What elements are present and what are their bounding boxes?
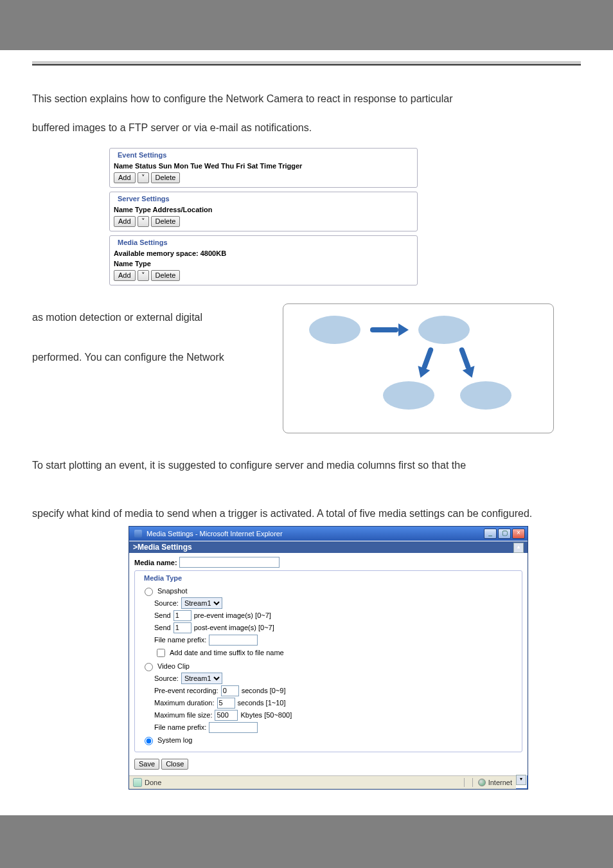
settings-panel-figure: Event Settings Name Status Sun Mon Tue W… [109,148,418,285]
server-settings-fieldset: Server Settings Name Type Address/Locati… [109,192,418,231]
videoclip-pre-rec-input[interactable] [221,685,239,696]
media-name-label: Media name: [134,558,177,566]
media-settings-legend: Media Settings [116,239,170,246]
diagram-node-action [418,316,470,344]
snapshot-send-post-label: Send [154,624,171,631]
mid-paragraph-2: performed. You can configure the Network [32,343,270,372]
snapshot-send-pre-label: Send [154,611,171,619]
videoclip-max-dur-label: Maximum duration: [154,699,215,707]
mid-paragraph-3: To start plotting an event, it is sugges… [32,451,581,480]
event-settings-fieldset: Event Settings Name Status Sun Mon Tue W… [109,148,418,188]
videoclip-max-size-input[interactable] [215,710,238,721]
close-dialog-button[interactable]: Close [161,759,188,770]
snapshot-radio[interactable] [145,588,153,596]
media-delete-button[interactable]: Delete [151,270,181,281]
diagram-node-server [383,381,434,410]
videoclip-radio[interactable] [145,663,153,671]
media-settings-header: Name Type [114,260,413,267]
videoclip-max-dur-suffix: seconds [1~10] [238,699,286,707]
ie-page-header: >Media Settings ▴ [129,541,528,553]
snapshot-file-prefix-input[interactable] [209,635,258,646]
diagram-node-event [309,316,360,344]
server-add-button[interactable]: Add [114,216,136,227]
divider-thin [32,62,581,62]
snapshot-send-post-suffix: post-event image(s) [0~7] [194,624,274,631]
event-settings-legend: Event Settings [116,151,168,159]
internet-zone-icon [478,779,486,786]
event-delete-button[interactable]: Delete [151,172,181,183]
diagram-arrow-right [370,325,409,334]
minimize-button[interactable]: _ [484,529,497,539]
snapshot-source-select[interactable]: Stream1 [181,597,222,609]
diagram-arrow-down-left [416,346,436,379]
event-flow-diagram [283,303,554,433]
divider-thick [32,64,581,66]
systemlog-label: System log [157,736,192,744]
videoclip-pre-rec-label: Pre-event recording: [154,687,218,694]
media-settings-fieldset: Media Settings Available memory space: 4… [109,235,418,285]
snapshot-file-prefix-label: File name prefix: [154,636,206,644]
diagram-node-media [460,381,511,410]
media-settings-memory: Available memory space: 4800KB [114,249,413,257]
videoclip-file-prefix-input[interactable] [209,722,258,733]
ie-titlebar: Media Settings - Microsoft Internet Expl… [129,527,528,541]
videoclip-max-size-label: Maximum file size: [154,711,212,719]
event-settings-header: Name Status Sun Mon Tue Wed Thu Fri Sat … [114,162,413,170]
snapshot-add-date-checkbox[interactable] [157,649,165,657]
snapshot-source-label: Source: [154,599,179,607]
media-dropdown-button[interactable]: ˅ [138,270,149,281]
done-icon [133,778,142,787]
status-zone-text: Internet [488,779,512,786]
videoclip-source-label: Source: [154,674,179,682]
videoclip-file-prefix-label: File name prefix: [154,723,206,731]
server-settings-header: Name Type Address/Location [114,206,413,213]
scroll-up-button[interactable]: ▴ [513,543,524,553]
server-delete-button[interactable]: Delete [151,216,181,227]
maximize-button[interactable]: ▢ [498,529,511,539]
close-button[interactable]: × [512,529,525,539]
snapshot-label: Snapshot [157,587,187,595]
intro-paragraph-1: This section explains how to configure t… [32,85,581,114]
status-done-text: Done [145,779,161,786]
snapshot-send-post-input[interactable] [173,622,191,633]
intro-paragraph-2: buffered images to a FTP server or via e… [32,114,581,143]
videoclip-max-size-suffix: Kbytes [50~800] [240,711,292,719]
snapshot-send-pre-suffix: pre-event image(s) [0~7] [194,611,271,619]
scroll-down-button[interactable]: ▾ [516,775,526,785]
snapshot-send-pre-input[interactable] [173,610,191,621]
videoclip-max-dur-input[interactable] [217,698,235,709]
mid-paragraph-4: specify what kind of media to send when … [32,505,581,522]
server-settings-legend: Server Settings [116,195,172,203]
mid-paragraph-1: as motion detection or external digital [32,303,270,332]
videoclip-label: Video Clip [157,662,190,670]
media-name-input[interactable] [179,557,280,568]
event-add-button[interactable]: Add [114,172,136,183]
save-button[interactable]: Save [134,759,159,770]
snapshot-add-date-label: Add date and time suffix to file name [170,649,284,656]
videoclip-pre-rec-suffix: seconds [0~9] [242,687,286,694]
server-dropdown-button[interactable]: ˅ [138,216,149,227]
ie-status-bar: Done Internet [129,775,516,789]
ie-app-icon [134,530,142,538]
media-type-legend: Media Type [142,574,184,582]
event-dropdown-button[interactable]: ˅ [138,172,149,183]
diagram-arrow-down-right [457,346,476,379]
ie-window-title: Media Settings - Microsoft Internet Expl… [132,530,483,538]
videoclip-source-select[interactable]: Stream1 [181,673,222,684]
ie-media-settings-window: Media Settings - Microsoft Internet Expl… [129,526,528,790]
media-add-button[interactable]: Add [114,270,136,281]
systemlog-radio[interactable] [145,737,153,745]
